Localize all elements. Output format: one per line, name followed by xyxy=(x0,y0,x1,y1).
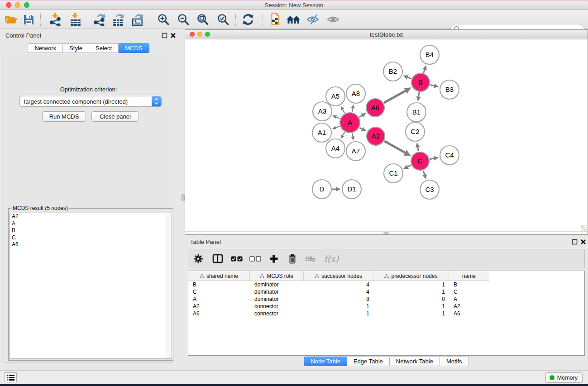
delete-table-button[interactable] xyxy=(301,251,320,267)
mcds-result-item[interactable]: A xyxy=(10,220,172,228)
graph-edge-A-A3[interactable] xyxy=(336,117,340,119)
tab-motifs[interactable]: Motifs xyxy=(440,357,469,366)
close-table-panel-icon[interactable] xyxy=(580,239,586,245)
table-cell[interactable]: 4 xyxy=(304,281,373,288)
network-window-titlebar[interactable]: testGlobe.txt xyxy=(185,30,588,39)
refresh-view-button[interactable] xyxy=(239,12,257,27)
column-header-successor-nodes[interactable]: successor nodes xyxy=(304,271,373,281)
column-header-shared-name[interactable]: shared name xyxy=(188,271,250,281)
table-row[interactable]: A2connector11A2 xyxy=(188,303,584,310)
close-panel-button[interactable]: Close panel xyxy=(91,111,139,122)
table-cell[interactable]: 1 xyxy=(373,303,449,310)
table-cell[interactable]: connector xyxy=(250,310,304,317)
network-hscrollbar[interactable] xyxy=(185,231,588,234)
select-all-checks-button[interactable] xyxy=(227,251,246,267)
graph-edge-B-B1[interactable] xyxy=(419,92,419,97)
table-cell[interactable]: 1 xyxy=(304,303,373,310)
float-panel-icon[interactable] xyxy=(162,33,167,38)
mcds-result-item[interactable]: A2 xyxy=(10,213,172,220)
graph-edge-B-B2[interactable] xyxy=(408,77,411,79)
table-cell[interactable]: C xyxy=(449,289,489,295)
table-cell[interactable]: 1 xyxy=(373,310,449,317)
open-session-button[interactable] xyxy=(2,12,19,27)
table-cell[interactable]: A xyxy=(188,296,250,302)
delete-column-button[interactable] xyxy=(283,251,301,267)
close-panel-icon[interactable] xyxy=(170,33,176,38)
table-cell[interactable]: A6 xyxy=(449,310,489,317)
add-column-button[interactable] xyxy=(264,251,283,267)
network-canvas[interactable]: AA1A2A3A4A5A6A7A8BB1B2B3B4CC1C2C3C4DD1 xyxy=(185,39,588,232)
graph-edge-A-A7[interactable] xyxy=(352,133,353,137)
zoom-in-button[interactable] xyxy=(155,12,172,27)
column-header-MCDS-role[interactable]: MCDS role xyxy=(250,271,304,281)
table-cell[interactable]: 4 xyxy=(304,289,373,295)
table-cell[interactable]: 1 xyxy=(373,281,449,288)
task-history-button[interactable] xyxy=(5,372,17,382)
table-cell[interactable]: 1 xyxy=(304,310,373,317)
graph-edge-B-B3[interactable] xyxy=(430,85,434,86)
graph-edge-A-A4[interactable] xyxy=(343,132,344,135)
hscrollbar-thumb[interactable] xyxy=(383,232,389,234)
table-settings-button[interactable] xyxy=(188,251,208,267)
show-columns-button[interactable] xyxy=(208,251,227,267)
graph-edge-C-C1[interactable] xyxy=(408,165,411,167)
table-cell[interactable]: 0 xyxy=(373,296,449,302)
run-mcds-button[interactable]: Run MCDS xyxy=(42,111,86,122)
tab-network-table[interactable]: Network Table xyxy=(390,357,440,366)
zoom-out-button[interactable] xyxy=(175,12,192,27)
table-cell[interactable]: A6 xyxy=(188,310,250,317)
graph-edge-A-A5[interactable] xyxy=(343,110,344,113)
table-cell[interactable]: connector xyxy=(250,303,304,310)
table-row[interactable]: Bdominator41B xyxy=(188,281,584,288)
graph-edge-A-A6[interactable] xyxy=(359,115,362,117)
graph-edge-A-A8[interactable] xyxy=(352,108,353,112)
network-vscrollbar-thumb[interactable] xyxy=(182,194,185,201)
table-row[interactable]: Cdominator41C xyxy=(188,288,584,295)
table-row[interactable]: A6connector11A6 xyxy=(188,310,584,317)
tab-style[interactable]: Style xyxy=(63,43,89,53)
function-builder-button[interactable]: f(x) xyxy=(320,251,343,267)
tab-network[interactable]: Network xyxy=(28,43,63,53)
table-cell[interactable]: dominator xyxy=(250,281,304,288)
zoom-selected-button[interactable] xyxy=(215,12,232,27)
export-image-button[interactable] xyxy=(129,12,146,27)
table-cell[interactable]: B xyxy=(449,281,489,288)
graph-edge-C-C4[interactable] xyxy=(430,158,434,159)
tab-select[interactable]: Select xyxy=(89,43,119,53)
window-resize-grip[interactable] xyxy=(581,225,587,231)
table-cell[interactable]: 1 xyxy=(373,289,449,295)
graph-edge-A6-B[interactable] xyxy=(384,91,406,103)
table-cell[interactable]: A2 xyxy=(449,303,489,310)
tab-mcds[interactable]: MCDS xyxy=(119,43,149,53)
tab-node-table[interactable]: Node Table xyxy=(304,357,347,366)
mcds-result-item[interactable]: A6 xyxy=(10,241,172,248)
table-cell[interactable]: dominator xyxy=(250,289,304,295)
home-layout-button[interactable] xyxy=(285,12,302,27)
table-cell[interactable]: A xyxy=(449,296,489,302)
mcds-result-list[interactable]: A2ABCA6 xyxy=(10,213,172,359)
criterion-dropdown[interactable]: largest connected component (directed) xyxy=(19,96,162,107)
export-table-button[interactable] xyxy=(110,12,127,27)
list-scrollbar[interactable] xyxy=(166,213,172,358)
show-panel-button[interactable] xyxy=(325,12,342,27)
memory-button[interactable]: Memory xyxy=(545,372,583,383)
mcds-result-item[interactable]: B xyxy=(10,227,172,234)
table-cell[interactable]: 8 xyxy=(304,296,373,302)
table-row[interactable]: Adominator80A xyxy=(188,295,584,303)
deselect-all-checks-button[interactable] xyxy=(246,251,264,267)
zoom-fit-button[interactable] xyxy=(194,12,211,27)
save-session-button[interactable] xyxy=(20,12,37,27)
tab-edge-table[interactable]: Edge Table xyxy=(347,357,390,366)
table-cell[interactable]: C xyxy=(188,289,250,295)
node-table[interactable]: shared nameMCDS rolesuccessor nodesprede… xyxy=(188,271,585,356)
column-header-name[interactable]: name xyxy=(449,271,489,281)
import-table-button[interactable] xyxy=(67,12,84,27)
column-header-predecessor-nodes[interactable]: predecessor nodes xyxy=(373,271,449,281)
export-network-button[interactable] xyxy=(91,12,108,27)
graph-edge-A-A1[interactable] xyxy=(336,126,339,128)
network-graph[interactable]: AA1A2A3A4A5A6A7A8BB1B2B3B4CC1C2C3C4DD1 xyxy=(185,39,588,232)
table-cell[interactable]: B xyxy=(188,281,250,288)
clone-network-button[interactable] xyxy=(266,12,283,27)
hide-panels-button[interactable] xyxy=(304,12,321,27)
graph-edge-A2-C[interactable] xyxy=(384,141,405,153)
